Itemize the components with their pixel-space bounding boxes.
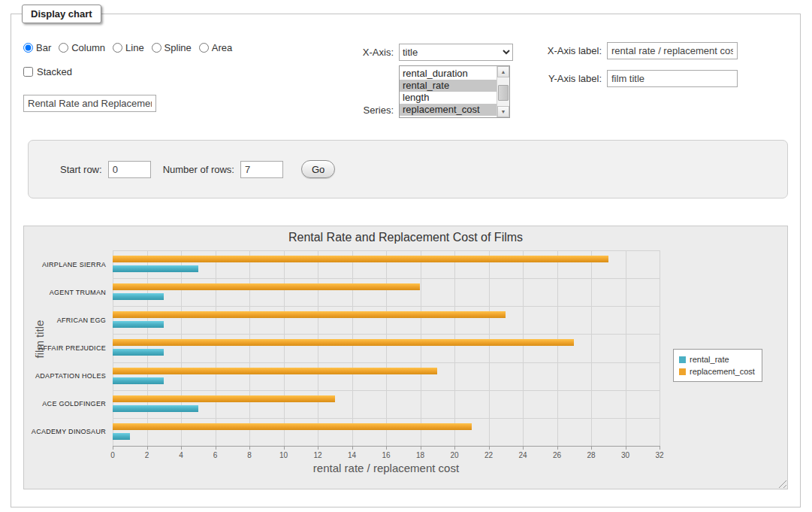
gridline-horizontal — [113, 418, 660, 419]
bar-rental_rate[interactable] — [113, 293, 164, 300]
category-label: ADAPTATION HOLES — [35, 372, 106, 380]
x-tick-label: 0 — [110, 451, 115, 459]
x-tick-label: 18 — [416, 451, 424, 459]
x-tick-label: 28 — [587, 451, 595, 459]
gridline-vertical — [284, 250, 285, 446]
scroll-thumb[interactable] — [498, 85, 509, 101]
go-button[interactable]: Go — [301, 160, 335, 178]
legend-swatch-icon — [679, 368, 686, 375]
legend-label: replacement_cost — [690, 367, 755, 376]
stacked-label: Stacked — [37, 66, 72, 77]
bar-replacement_cost[interactable] — [113, 423, 472, 430]
gridline-vertical — [113, 250, 113, 446]
x-tick-label: 32 — [655, 451, 663, 459]
chart-type-option-bar[interactable]: Bar — [23, 42, 51, 53]
gridline-vertical — [557, 250, 558, 446]
gridline-vertical — [454, 250, 455, 446]
legend-item-replacement_cost[interactable]: replacement_cost — [679, 365, 755, 377]
legend-label: rental_rate — [690, 355, 729, 364]
chart-title: Rental Rate and Replacement Cost of Film… — [24, 231, 787, 244]
x-tick-label: 26 — [553, 451, 561, 459]
series-option-replacement_cost[interactable]: replacement_cost — [400, 104, 497, 116]
x-tick-label: 6 — [213, 451, 218, 459]
chart-type-radio-column[interactable] — [59, 43, 68, 53]
gridline-vertical — [181, 250, 182, 446]
x-tick-label: 8 — [247, 451, 252, 459]
chart-type-radio-area[interactable] — [199, 43, 209, 53]
bar-replacement_cost[interactable] — [113, 283, 420, 290]
stacked-checkbox[interactable] — [23, 67, 33, 77]
chart-type-label: Area — [212, 42, 232, 53]
chart-title-input[interactable] — [23, 95, 156, 112]
chart-type-option-spline[interactable]: Spline — [152, 42, 192, 53]
fieldset-legend: Display chart — [22, 5, 101, 23]
start-row-input[interactable] — [108, 161, 151, 178]
bar-rental_rate[interactable] — [113, 433, 130, 440]
gridline-vertical — [421, 250, 421, 446]
chart-type-option-column[interactable]: Column — [59, 42, 105, 53]
stacked-option[interactable]: Stacked — [23, 66, 72, 77]
category-label: ACADEMY DINOSAUR — [32, 428, 106, 435]
chart-type-label: Spline — [165, 42, 192, 53]
chart-type-label: Bar — [36, 42, 51, 53]
number-of-rows-input[interactable] — [240, 161, 283, 178]
number-of-rows-label: Number of rows: — [163, 164, 234, 175]
gridline-horizontal — [113, 362, 660, 363]
chart-type-radio-line[interactable] — [113, 43, 122, 53]
bar-rental_rate[interactable] — [113, 349, 164, 356]
gridline-vertical — [489, 250, 490, 446]
y-axis-title: film title — [33, 320, 46, 359]
category-label: AFRICAN EGG — [57, 317, 106, 324]
gridline-vertical — [147, 250, 148, 446]
bar-replacement_cost[interactable] — [113, 339, 574, 346]
gridline-vertical — [523, 250, 524, 446]
chart-type-radio-bar[interactable] — [23, 43, 33, 53]
x-tick-label: 12 — [313, 451, 321, 459]
bar-replacement_cost[interactable] — [113, 368, 437, 374]
x-axis-line — [113, 446, 660, 447]
x-axis-title: rental rate / replacement cost — [113, 462, 660, 474]
bar-rental_rate[interactable] — [113, 405, 198, 412]
x-axis-label-input[interactable] — [607, 42, 738, 59]
chart-type-option-line[interactable]: Line — [113, 42, 144, 53]
gridline-vertical — [626, 250, 626, 446]
y-axis-label-label: Y-Axis label: — [548, 73, 602, 84]
gridline-vertical — [249, 250, 250, 446]
y-axis-label-input[interactable] — [607, 70, 738, 87]
x-axis-select-label: X-Axis: — [363, 47, 394, 58]
series-option-length[interactable]: length — [400, 92, 497, 104]
gridline-vertical — [386, 250, 387, 446]
x-tick-label: 10 — [279, 451, 288, 459]
scroll-down-icon[interactable]: ▼ — [497, 106, 509, 117]
x-tick-label: 22 — [484, 451, 493, 459]
series-label: Series: — [364, 105, 394, 116]
chart-type-label: Column — [71, 42, 105, 53]
gridline-vertical — [591, 250, 592, 446]
legend-swatch-icon — [679, 356, 686, 363]
bar-replacement_cost[interactable] — [113, 311, 506, 318]
gridline-vertical — [318, 250, 318, 446]
bar-replacement_cost[interactable] — [113, 256, 608, 262]
x-tick-label: 16 — [382, 451, 390, 459]
chart-type-radio-spline[interactable] — [152, 43, 161, 53]
x-axis-label-row: X-Axis label: — [462, 42, 738, 59]
bar-rental_rate[interactable] — [113, 377, 164, 384]
x-tick-label: 4 — [179, 451, 183, 459]
gridline-horizontal — [113, 390, 660, 391]
legend-item-rental_rate[interactable]: rental_rate — [679, 353, 755, 365]
bar-rental_rate[interactable] — [113, 265, 198, 272]
start-row-label: Start row: — [60, 164, 102, 175]
y-axis-label-row: Y-Axis label: — [462, 70, 738, 87]
chart-type-option-area[interactable]: Area — [199, 42, 232, 53]
gridline-horizontal — [113, 278, 660, 279]
x-axis-label-label: X-Axis label: — [548, 45, 602, 56]
chart-legend: rental_ratereplacement_cost — [673, 349, 762, 382]
category-label: AFFAIR PREJUDICE — [38, 344, 106, 352]
x-tick-label: 2 — [145, 451, 149, 459]
gridline-vertical — [216, 250, 216, 446]
bar-replacement_cost[interactable] — [113, 395, 335, 402]
gridline-vertical — [352, 250, 353, 446]
bar-rental_rate[interactable] — [113, 321, 164, 328]
resize-handle-icon[interactable] — [777, 478, 786, 488]
display-chart-fieldset: Display chart BarColumnLineSplineArea St… — [11, 14, 801, 507]
